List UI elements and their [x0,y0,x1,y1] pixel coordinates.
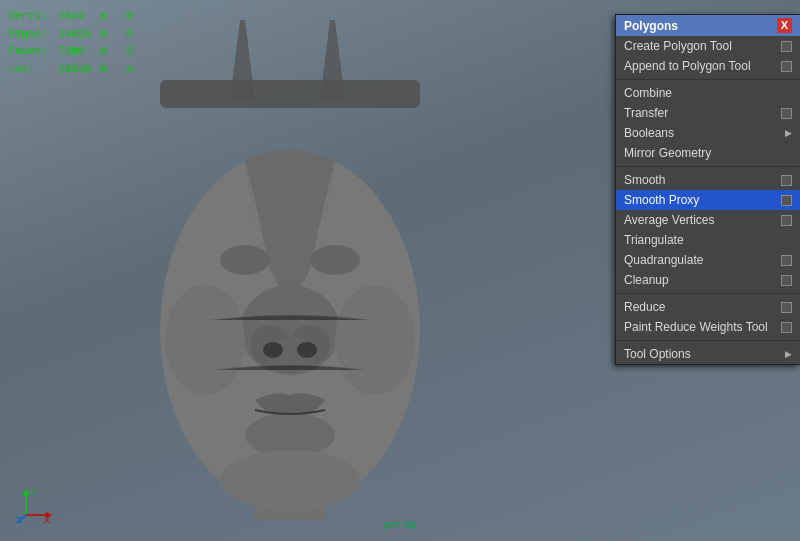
submenu-arrow-icon: ▶ [785,128,792,138]
menu-title-bar: Polygons X [616,15,800,36]
edges-label: Edges: [8,26,52,44]
options-box-icon[interactable] [781,108,792,119]
persp-label: persp [383,519,416,531]
options-box-icon[interactable] [781,41,792,52]
menu-item-label-average-vertices: Average Vertices [624,213,715,227]
svg-text:Z: Z [16,515,22,525]
verts-v1: 0 [100,8,120,26]
edges-v1: 0 [100,26,120,44]
menu-item-label-quadrangulate: Quadrangulate [624,253,703,267]
menu-item-label-booleans: Booleans [624,126,674,140]
faces-v2: 0 [126,43,146,61]
options-box-icon[interactable] [781,302,792,313]
menu-item-label-combine: Combine [624,86,672,100]
menu-close-button[interactable]: X [777,18,792,33]
menu-item-label-triangulate: Triangulate [624,233,684,247]
edges-stat: Edges: 14824 0 0 [8,26,146,44]
menu-separator [616,293,800,294]
uvs-v1: 0 [100,61,120,79]
options-box-icon[interactable] [781,255,792,266]
menu-item-label-mirror-geometry: Mirror Geometry [624,146,711,160]
stats-overlay: Verts: 7624 0 0 Edges: 14824 0 0 Faces: … [8,8,146,78]
verts-value: 7624 [58,8,94,26]
menu-item-label-paint-reduce-weights-tool: Paint Reduce Weights Tool [624,320,768,334]
menu-item-label-tool-options: Tool Options [624,347,691,361]
menu-separator [616,340,800,341]
menu-item-label-create-polygon-tool: Create Polygon Tool [624,39,732,53]
menu-item-create-polygon-tool[interactable]: Create Polygon Tool [616,36,800,56]
uvs-stat: UVs: 10238 0 0 [8,61,146,79]
verts-v2: 0 [126,8,146,26]
menu-item-booleans[interactable]: Booleans▶ [616,123,800,143]
menu-separator [616,166,800,167]
menu-item-reduce[interactable]: Reduce [616,297,800,317]
menu-item-append-to-polygon-tool[interactable]: Append to Polygon Tool [616,56,800,76]
menu-item-cleanup[interactable]: Cleanup [616,270,800,290]
faces-value: 7200 [58,43,94,61]
svg-point-12 [310,245,360,275]
svg-rect-0 [160,80,420,108]
polygons-menu: Polygons X Create Polygon ToolAppend to … [615,14,800,365]
menu-item-tool-options[interactable]: Tool Options▶ [616,344,800,364]
menu-item-smooth[interactable]: Smooth [616,170,800,190]
submenu-arrow-icon: ▶ [785,349,792,359]
uvs-value: 10238 [58,61,94,79]
menu-item-label-reduce: Reduce [624,300,665,314]
axis-indicator: Y X Z [16,485,56,525]
options-box-icon[interactable] [781,175,792,186]
options-box-icon[interactable] [781,61,792,72]
edges-value: 14824 [58,26,94,44]
menu-item-triangulate[interactable]: Triangulate [616,230,800,250]
menu-item-transfer[interactable]: Transfer [616,103,800,123]
svg-text:X: X [44,515,50,525]
menu-items-list: Create Polygon ToolAppend to Polygon Too… [616,36,800,364]
menu-item-combine[interactable]: Combine [616,83,800,103]
menu-separator [616,79,800,80]
menu-item-label-smooth: Smooth [624,173,665,187]
menu-item-quadrangulate[interactable]: Quadrangulate [616,250,800,270]
svg-text:Y: Y [29,487,35,497]
menu-item-paint-reduce-weights-tool[interactable]: Paint Reduce Weights Tool [616,317,800,337]
options-box-icon[interactable] [781,322,792,333]
menu-item-average-vertices[interactable]: Average Vertices [616,210,800,230]
faces-v1: 0 [100,43,120,61]
faces-stat: Faces: 7200 0 0 [8,43,146,61]
options-box-icon[interactable] [781,195,792,206]
svg-point-14 [220,450,360,510]
faces-label: Faces: [8,43,52,61]
verts-stat: Verts: 7624 0 0 [8,8,146,26]
viewport: Verts: 7624 0 0 Edges: 14824 0 0 Faces: … [0,0,800,541]
svg-point-6 [263,342,283,358]
options-box-icon[interactable] [781,275,792,286]
menu-title: Polygons [624,19,678,33]
svg-point-10 [335,285,415,395]
menu-item-mirror-geometry[interactable]: Mirror Geometry [616,143,800,163]
uvs-v2: 0 [126,61,146,79]
menu-item-label-transfer: Transfer [624,106,668,120]
3d-model [60,20,540,520]
svg-point-9 [165,285,245,395]
menu-item-label-cleanup: Cleanup [624,273,669,287]
uvs-label: UVs: [8,61,52,79]
verts-label: Verts: [8,8,52,26]
edges-v2: 0 [126,26,146,44]
menu-item-label-append-to-polygon-tool: Append to Polygon Tool [624,59,751,73]
menu-item-smooth-proxy[interactable]: Smooth Proxy [616,190,800,210]
svg-point-7 [297,342,317,358]
svg-point-11 [220,245,270,275]
options-box-icon[interactable] [781,215,792,226]
menu-item-label-smooth-proxy: Smooth Proxy [624,193,699,207]
